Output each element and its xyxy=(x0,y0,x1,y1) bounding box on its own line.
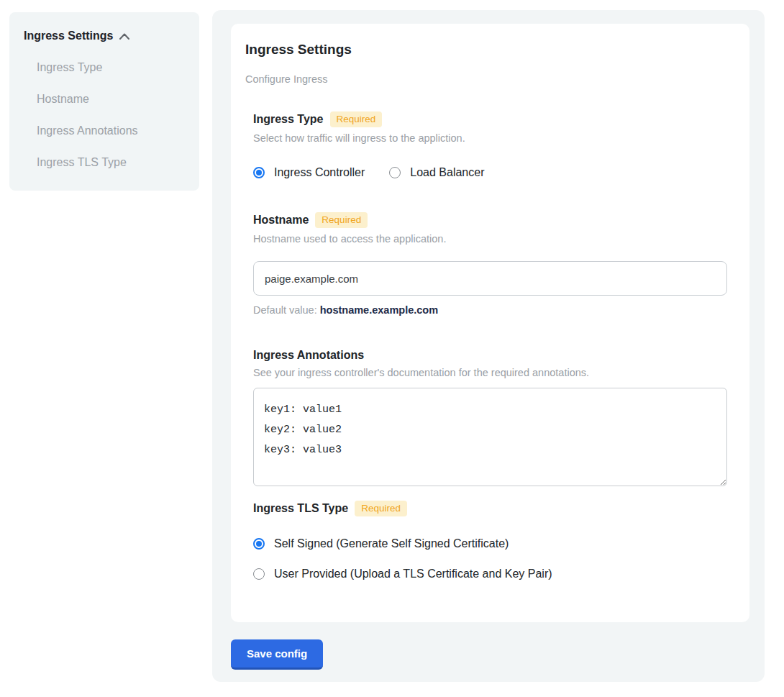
field-hostname: Hostname Required Hostname used to acces… xyxy=(253,212,727,316)
page-subtitle: Configure Ingress xyxy=(245,73,727,85)
chevron-up-icon xyxy=(119,33,129,40)
save-config-button[interactable]: Save config xyxy=(231,639,323,670)
radio-unselected-icon[interactable] xyxy=(253,568,265,580)
ingress-settings-card: Ingress Settings Configure Ingress Ingre… xyxy=(231,24,749,622)
field-label-ingress-annotations: Ingress Annotations xyxy=(253,349,364,362)
annotations-textarea[interactable]: key1: value1 key2: value2 key3: value3 xyxy=(253,388,727,486)
radio-label: User Provided (Upload a TLS Certificate … xyxy=(274,568,552,580)
sidebar-items: Ingress Type Hostname Ingress Annotation… xyxy=(24,61,186,169)
radio-option-load-balancer[interactable]: Load Balancer xyxy=(389,166,484,179)
ingress-type-radio-group: Ingress Controller Load Balancer xyxy=(253,166,727,179)
field-label-ingress-tls-type: Ingress TLS Type xyxy=(253,502,348,515)
radio-unselected-icon[interactable] xyxy=(389,167,401,178)
field-ingress-tls-type: Ingress TLS Type Required Self Signed (G… xyxy=(253,501,727,580)
default-value-line: Default value: hostname.example.com xyxy=(253,304,727,316)
field-description: Select how traffic will ingress to the a… xyxy=(253,132,727,144)
default-value-prefix: Default value: xyxy=(253,304,320,316)
hostname-input[interactable] xyxy=(253,261,727,296)
radio-label: Ingress Controller xyxy=(274,166,365,179)
required-badge: Required xyxy=(330,111,383,127)
field-ingress-annotations: Ingress Annotations See your ingress con… xyxy=(253,349,727,486)
radio-option-ingress-controller[interactable]: Ingress Controller xyxy=(253,166,365,179)
ingress-settings-sidebar: Ingress Settings Ingress Type Hostname I… xyxy=(9,12,199,191)
sidebar-section-toggle[interactable]: Ingress Settings xyxy=(24,29,186,42)
settings-panel: Ingress Settings Configure Ingress Ingre… xyxy=(212,10,765,682)
sidebar-item-hostname[interactable]: Hostname xyxy=(24,93,186,106)
radio-option-user-provided[interactable]: User Provided (Upload a TLS Certificate … xyxy=(253,568,727,580)
radio-label: Load Balancer xyxy=(410,166,484,179)
field-label-hostname: Hostname xyxy=(253,214,309,227)
sidebar-section-title: Ingress Settings xyxy=(24,29,113,42)
field-ingress-type: Ingress Type Required Select how traffic… xyxy=(253,111,727,179)
radio-selected-icon[interactable] xyxy=(253,538,265,550)
tls-type-radio-group: Self Signed (Generate Self Signed Certif… xyxy=(253,537,727,580)
required-badge: Required xyxy=(315,212,368,228)
field-description: See your ingress controller's documentat… xyxy=(253,367,727,378)
radio-selected-icon[interactable] xyxy=(253,167,265,178)
page-title: Ingress Settings xyxy=(245,42,727,58)
radio-option-self-signed[interactable]: Self Signed (Generate Self Signed Certif… xyxy=(253,537,727,550)
field-label-ingress-type: Ingress Type xyxy=(253,113,324,126)
sidebar-item-ingress-tls-type[interactable]: Ingress TLS Type xyxy=(24,156,186,169)
sidebar-item-ingress-type[interactable]: Ingress Type xyxy=(24,61,186,74)
radio-label: Self Signed (Generate Self Signed Certif… xyxy=(274,537,509,550)
sidebar-item-ingress-annotations[interactable]: Ingress Annotations xyxy=(24,124,186,137)
required-badge: Required xyxy=(355,501,407,516)
field-description: Hostname used to access the application. xyxy=(253,233,727,245)
default-value-text: hostname.example.com xyxy=(320,304,438,316)
